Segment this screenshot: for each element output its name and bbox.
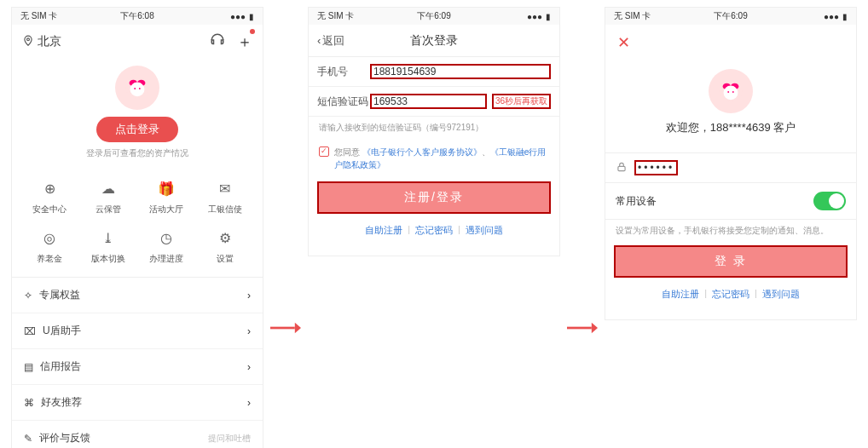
plus-icon[interactable]: ＋ (237, 32, 252, 52)
svg-point-6 (139, 88, 141, 89)
download-icon: ⤓ (98, 227, 119, 248)
status-time: 下午6:09 (417, 10, 450, 22)
checkbox-icon[interactable]: ✓ (319, 146, 329, 157)
sms-row: 短信验证码 169533 36秒后再获取 (309, 87, 559, 117)
screen-password-login: 无 SIM 卡 下午6:09 ●●●▮ ✕ 欢迎您，188****4639 客户… (605, 7, 857, 320)
grid-settings[interactable]: ⚙设置 (196, 227, 255, 265)
doc-icon: ▤ (24, 361, 33, 373)
svg-point-16 (732, 91, 734, 93)
svg-marker-8 (295, 322, 301, 333)
close-icon: ✕ (617, 34, 630, 51)
location-icon (22, 35, 34, 49)
headset-icon[interactable] (210, 32, 225, 52)
gift-icon: 🎁 (156, 178, 176, 198)
page-title: 首次登录 (410, 33, 458, 49)
svg-rect-17 (618, 166, 625, 170)
agree-text: 您同意 《电子银行个人客户服务协议》、《工银融e行用户隐私政策》 (334, 146, 549, 171)
grid-messenger[interactable]: ✉工银信使 (196, 178, 255, 215)
lock-icon (616, 161, 628, 175)
feature-grid: ⊕安全中心 ☁云保管 🎁活动大厅 ✉工银信使 ◎养老金 ⤓版本切换 ◷办理进度 … (12, 163, 263, 277)
edit-icon: ✎ (24, 433, 32, 445)
nav-bar: ‹返回 首次登录 (309, 25, 559, 57)
avatar-area: 欢迎您，188****4639 客户 (605, 60, 856, 141)
people-icon: ⌘ (24, 397, 34, 409)
trusted-device-label: 常用设备 (616, 194, 657, 209)
star-icon: ✧ (24, 290, 32, 302)
screen-profile: 无 SIM 卡 下午6:08 ●●●▮ 北京 ＋ 点击登录 登 (11, 7, 263, 448)
screen-first-login: 无 SIM 卡 下午6:09 ●●●▮ ‹返回 首次登录 手机号 1881915… (308, 7, 560, 256)
phone-input[interactable]: 18819154639 (370, 64, 551, 79)
avatar-area: 点击登录 登录后可查看您的资产情况 (12, 59, 263, 163)
list-item-credit[interactable]: ▤信用报告› (12, 349, 263, 385)
status-right: ●●●▮ (524, 12, 551, 21)
sub-links: 自助注册| 忘记密码| 遇到问题 (309, 214, 559, 247)
menu-list: ✧专属权益› ⌧U盾助手› ▤信用报告› ⌘好友推荐› ✎评价与反馈提问和吐槽 (12, 277, 263, 448)
link-help[interactable]: 遇到问题 (762, 288, 800, 301)
status-no-sim: 无 SIM 卡 (317, 10, 354, 22)
sms-input[interactable]: 169533 (370, 94, 487, 109)
phone-row: 手机号 18819154639 (309, 57, 559, 87)
location-text: 北京 (38, 34, 61, 49)
login-button[interactable]: 点击登录 (96, 117, 178, 142)
status-bar: 无 SIM 卡 下午6:09 ●●●▮ (605, 8, 856, 25)
chevron-right-icon: › (247, 397, 251, 409)
status-no-sim: 无 SIM 卡 (20, 10, 57, 22)
sub-links: 自助注册| 忘记密码| 遇到问题 (605, 278, 856, 311)
grid-activity[interactable]: 🎁活动大厅 (137, 178, 196, 215)
phone-label: 手机号 (317, 65, 370, 79)
status-right: ●●●▮ (227, 12, 254, 21)
welcome-text: 欢迎您，188****4639 客户 (605, 120, 856, 135)
login-button[interactable]: 登 录 (614, 245, 848, 278)
link-self-register[interactable]: 自助注册 (662, 288, 699, 301)
grid-pension[interactable]: ◎养老金 (20, 227, 79, 265)
back-button[interactable]: ‹返回 (317, 33, 344, 49)
svg-point-15 (727, 91, 729, 93)
register-login-button[interactable]: 注册/登录 (317, 181, 551, 214)
link-self-register[interactable]: 自助注册 (365, 224, 402, 237)
agreement-link-1[interactable]: 《电子银行个人客户服务协议》 (362, 147, 482, 157)
grid-cloud[interactable]: ☁云保管 (79, 178, 138, 215)
grid-safety[interactable]: ⊕安全中心 (20, 178, 79, 215)
sms-label: 短信验证码 (317, 95, 370, 109)
password-row: •••••• (605, 152, 856, 183)
trusted-device-hint: 设置为常用设备，手机银行将接受您定制的通知、消息。 (605, 220, 856, 245)
chevron-right-icon: › (247, 361, 251, 373)
close-button[interactable]: ✕ (605, 25, 856, 60)
grid-version[interactable]: ⤓版本切换 (79, 227, 138, 265)
envelope-icon: ✉ (215, 178, 235, 198)
link-forgot-password[interactable]: 忘记密码 (712, 288, 749, 301)
shield-icon: ⊕ (39, 178, 60, 198)
svg-point-14 (724, 85, 738, 100)
cloud-icon: ☁ (98, 178, 119, 198)
profile-header: 北京 ＋ (12, 25, 263, 59)
list-item-ushield[interactable]: ⌧U盾助手› (12, 313, 263, 349)
usb-icon: ⌧ (24, 325, 36, 337)
gear-icon: ⚙ (215, 227, 235, 248)
chevron-left-icon: ‹ (317, 34, 321, 47)
svg-marker-10 (592, 322, 598, 333)
location-button[interactable]: 北京 (22, 34, 61, 49)
arrow-icon (270, 319, 301, 336)
chevron-right-icon: › (247, 325, 251, 337)
list-item-feedback[interactable]: ✎评价与反馈提问和吐槽 (12, 421, 263, 448)
grid-progress[interactable]: ◷办理进度 (137, 227, 196, 265)
chevron-right-icon: › (247, 290, 251, 302)
list-item-exclusive[interactable]: ✧专属权益› (12, 278, 263, 313)
link-forgot-password[interactable]: 忘记密码 (415, 224, 453, 237)
status-bar: 无 SIM 卡 下午6:09 ●●●▮ (309, 8, 559, 25)
link-help[interactable]: 遇到问题 (466, 224, 503, 237)
password-input[interactable]: •••••• (634, 160, 678, 175)
sms-hint: 请输入接收到的短信验证码（编号972191） (309, 117, 559, 139)
status-no-sim: 无 SIM 卡 (614, 10, 651, 22)
status-time: 下午6:08 (120, 10, 153, 22)
status-bar: 无 SIM 卡 下午6:08 ●●●▮ (12, 8, 263, 25)
list-item-referral[interactable]: ⌘好友推荐› (12, 385, 263, 421)
resend-button[interactable]: 36秒后再获取 (492, 94, 551, 109)
svg-point-4 (130, 82, 145, 96)
clock-icon: ◷ (156, 227, 176, 248)
arrow-icon (567, 319, 598, 336)
trusted-device-toggle[interactable] (813, 192, 846, 210)
svg-point-5 (134, 88, 136, 89)
agree-row[interactable]: ✓ 您同意 《电子银行个人客户服务协议》、《工银融e行用户隐私政策》 (309, 139, 559, 181)
avatar-icon (709, 69, 753, 113)
